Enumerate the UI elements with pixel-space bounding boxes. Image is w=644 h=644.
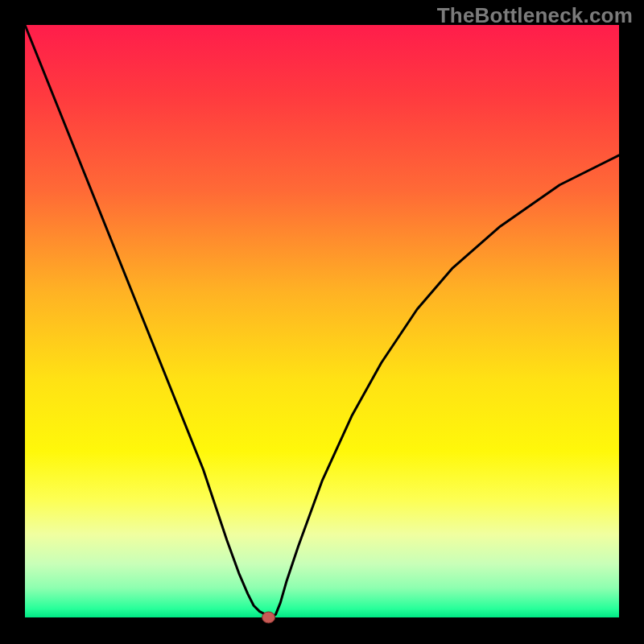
chart-frame: TheBottleneck.com (0, 0, 644, 644)
svg-point-1 (262, 612, 275, 623)
bottleneck-chart (0, 0, 644, 644)
svg-rect-0 (25, 25, 619, 617)
watermark-text: TheBottleneck.com (437, 3, 633, 28)
